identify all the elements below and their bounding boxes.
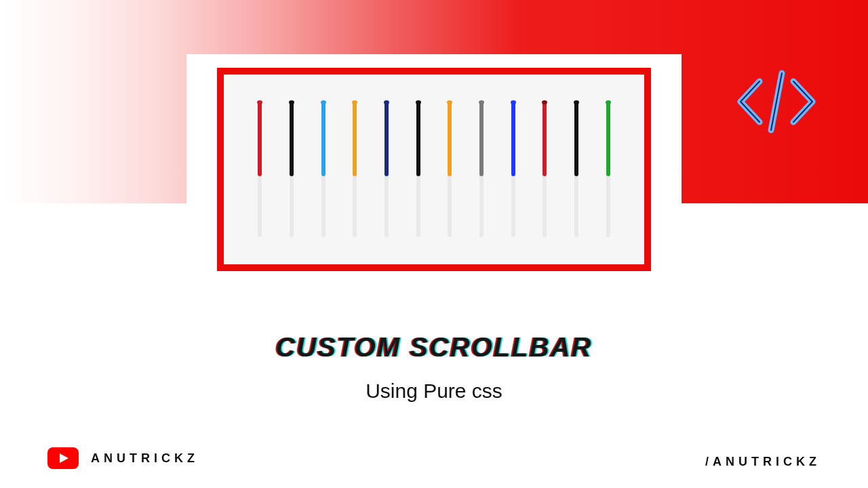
scrollbar-thumb (448, 102, 452, 176)
scrollbar-sample (353, 102, 357, 237)
scrollbar-sample (258, 102, 262, 237)
scrollbar-thumb (574, 102, 578, 176)
preview-frame (217, 68, 651, 271)
scrollbar-sample (416, 102, 420, 237)
scrollbar-thumb (290, 102, 294, 176)
scrollbar-cap (511, 100, 516, 104)
scrollbar-cap (384, 100, 389, 104)
scrollbar-cap (447, 100, 452, 104)
scrollbar-sample (606, 102, 610, 237)
scrollbar-thumb (542, 102, 547, 176)
scrollbar-sample (479, 102, 484, 237)
scrollbar-cap (289, 100, 294, 104)
main-title: CUSTOM SCROLLBAR (0, 332, 868, 363)
scrollbar-cap (321, 100, 326, 104)
scrollbar-cap (416, 100, 421, 104)
scrollbar-sample (542, 102, 547, 237)
scrollbar-cap (606, 100, 611, 104)
subtitle: Using Pure css (0, 380, 868, 403)
scrollbar-cap (257, 100, 262, 104)
scrollbar-thumb (606, 102, 610, 176)
scrollbar-cap (542, 100, 547, 104)
scrollbar-sample (448, 102, 452, 237)
scrollbar-sample (384, 102, 389, 237)
scrollbar-thumb (416, 102, 420, 176)
footer-right-label: /ANUTRICKZ (705, 455, 821, 469)
scrollbar-sample (290, 102, 294, 237)
svg-line-1 (771, 73, 782, 130)
scrollbar-cap (352, 100, 357, 104)
code-icon (732, 68, 821, 136)
scrollbar-thumb (258, 102, 262, 176)
scrollbars-preview (244, 95, 624, 244)
scrollbar-sample (321, 102, 326, 237)
scrollbar-thumb (384, 102, 389, 176)
scrollbar-sample (574, 102, 578, 237)
scrollbar-cap (574, 100, 579, 104)
footer-left-label: ANUTRICKZ (91, 451, 199, 466)
footer-left: ANUTRICKZ (47, 447, 199, 469)
scrollbar-thumb (321, 102, 326, 176)
scrollbar-sample (511, 102, 515, 237)
youtube-icon (47, 447, 79, 469)
scrollbar-thumb (511, 102, 515, 176)
scrollbar-thumb (479, 102, 484, 176)
scrollbar-thumb (353, 102, 357, 176)
scrollbar-cap (479, 100, 484, 104)
